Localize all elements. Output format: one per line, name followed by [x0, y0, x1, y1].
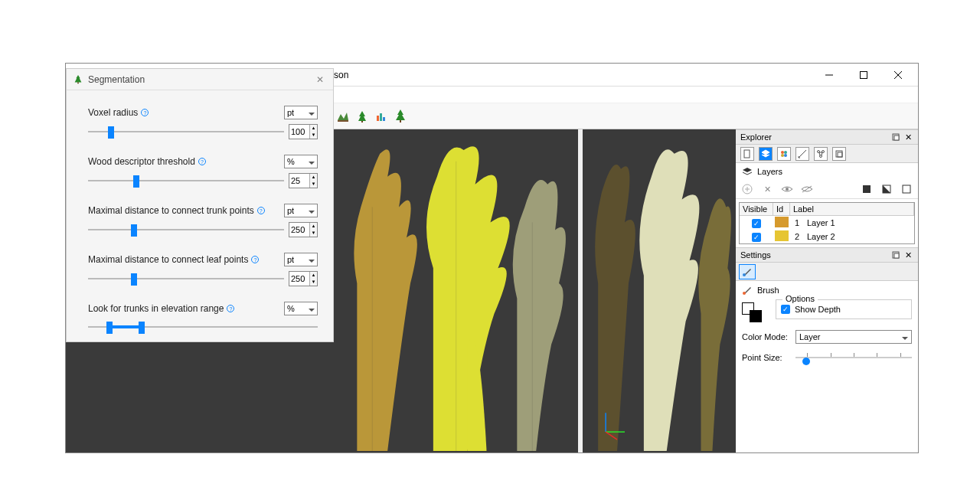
viewport-right[interactable]: [584, 131, 734, 451]
svg-rect-29: [744, 150, 750, 158]
brush-label: Brush: [757, 286, 779, 295]
spin-up-icon[interactable]: ▲: [310, 223, 317, 230]
layer-add-icon[interactable]: [740, 182, 754, 196]
explorer-close-icon[interactable]: ✕: [903, 132, 913, 142]
info-icon[interactable]: ?: [257, 207, 265, 214]
settings-undock-icon[interactable]: [890, 250, 901, 260]
param-slider[interactable]: [88, 174, 284, 188]
spin-down-icon[interactable]: ▼: [310, 230, 317, 237]
explorer-undock-icon[interactable]: [890, 132, 901, 142]
tree-green-icon[interactable]: [392, 108, 409, 125]
layer-hide-icon[interactable]: [800, 182, 814, 196]
spin-up-icon[interactable]: ▲: [310, 272, 317, 279]
svg-point-48: [743, 292, 746, 295]
explorer-title: Explorer: [740, 132, 889, 142]
svg-rect-44: [903, 185, 910, 193]
explorer-tab-crop[interactable]: [832, 147, 846, 161]
param-label: Maximal distance to connect trunk points…: [88, 205, 284, 216]
svg-rect-42: [863, 185, 871, 193]
layer-half-icon[interactable]: [880, 182, 893, 196]
viewport-left[interactable]: [335, 131, 577, 451]
param-label: Maximal distance to connect leaf points …: [88, 254, 284, 265]
segmentation-panel: Segmentation ✕ Voxel radius ?pt ▲▼Wood d…: [66, 129, 334, 342]
tree-single-icon[interactable]: [354, 108, 371, 125]
param-spinbox[interactable]: ▲▼: [289, 271, 318, 286]
explorer-tab-files[interactable]: [740, 147, 754, 161]
svg-rect-17: [400, 120, 401, 122]
svg-rect-46: [894, 253, 899, 258]
param-slider[interactable]: [88, 129, 284, 139]
param-spinbox[interactable]: ▲▼: [289, 129, 318, 139]
explorer-tab-measure[interactable]: [795, 147, 809, 161]
param-slider[interactable]: [88, 272, 284, 286]
unit-select[interactable]: pt: [284, 253, 318, 266]
show-depth-checkbox[interactable]: [781, 305, 790, 314]
col-id: Id: [773, 203, 790, 215]
svg-rect-14: [377, 116, 379, 121]
color-swatches[interactable]: [742, 302, 763, 324]
bars-color-icon[interactable]: [373, 108, 390, 125]
settings-panel: Brush Options Show Depth Color: [736, 263, 918, 452]
layer-fill-icon[interactable]: [860, 182, 874, 196]
minimize-button[interactable]: [812, 64, 846, 86]
param-spinbox[interactable]: ▲▼: [289, 222, 318, 237]
close-button[interactable]: [880, 64, 915, 86]
unit-select[interactable]: pt: [284, 204, 318, 217]
show-depth-label: Show Depth: [795, 305, 841, 314]
spin-down-icon[interactable]: ▼: [310, 132, 317, 139]
point-cloud-render-right: [584, 131, 734, 451]
param-label: Look for trunks in elevation range ?: [88, 303, 284, 314]
svg-rect-38: [838, 152, 842, 157]
layer-row[interactable]: 2Layer 2: [740, 230, 914, 243]
app-window: 3D Forest - c:\Users\user\Documents\3d-f…: [65, 63, 919, 453]
settings-tab-brush[interactable]: [739, 264, 756, 279]
explorer-panel: Layers ✕ Visible Id Label: [736, 145, 918, 247]
point-cloud-render-left: [335, 131, 577, 451]
settings-header: Settings ✕: [736, 247, 918, 263]
info-icon[interactable]: ?: [251, 256, 259, 263]
color-mode-label: Color Mode:: [742, 332, 791, 341]
unit-select[interactable]: %: [284, 155, 318, 168]
layers-section-title: Layers: [757, 167, 782, 176]
layer-row[interactable]: 1Layer 1: [740, 216, 914, 230]
layer-empty-icon[interactable]: [900, 182, 913, 196]
main-area: Segmentation ✕ Voxel radius ?pt ▲▼Wood d…: [66, 129, 918, 452]
svg-rect-16: [383, 117, 385, 121]
layer-label: Layer 1: [804, 218, 914, 227]
svg-point-40: [786, 188, 789, 191]
point-size-slider[interactable]: [795, 350, 912, 365]
explorer-tab-layers[interactable]: [759, 147, 773, 161]
point-size-label: Point Size:: [742, 353, 791, 362]
layer-color-swatch: [775, 230, 789, 241]
explorer-tab-classes[interactable]: [777, 147, 791, 161]
unit-select[interactable]: %: [284, 302, 318, 315]
layer-visible-checkbox[interactable]: [752, 233, 761, 242]
info-icon[interactable]: ?: [227, 305, 234, 312]
svg-rect-15: [380, 113, 382, 121]
layer-delete-icon[interactable]: ✕: [760, 182, 774, 196]
svg-point-30: [781, 151, 784, 154]
col-visible: Visible: [740, 203, 773, 215]
terrain-icon[interactable]: [335, 108, 351, 125]
layer-visible-checkbox[interactable]: [752, 219, 761, 228]
svg-point-47: [743, 273, 746, 276]
col-label: Label: [790, 203, 914, 215]
spin-down-icon[interactable]: ▼: [310, 279, 317, 286]
viewport-divider[interactable]: [578, 129, 583, 452]
layer-label: Layer 2: [804, 232, 914, 241]
explorer-header: Explorer ✕: [736, 129, 918, 145]
settings-close-icon[interactable]: ✕: [903, 250, 913, 260]
layer-show-icon[interactable]: [780, 182, 794, 196]
spin-up-icon[interactable]: ▲: [310, 174, 317, 181]
param-slider[interactable]: [88, 223, 284, 237]
svg-point-33: [784, 154, 787, 157]
info-icon[interactable]: ?: [198, 158, 206, 165]
color-mode-select[interactable]: Layer: [795, 330, 912, 344]
param-spinbox[interactable]: ▲▼: [289, 173, 318, 188]
maximize-button[interactable]: [846, 64, 880, 86]
param-slider[interactable]: [88, 320, 318, 334]
settings-title: Settings: [740, 250, 889, 260]
spin-down-icon[interactable]: ▼: [310, 181, 317, 188]
explorer-tab-graph[interactable]: [814, 147, 828, 161]
layers-icon: [742, 166, 753, 177]
